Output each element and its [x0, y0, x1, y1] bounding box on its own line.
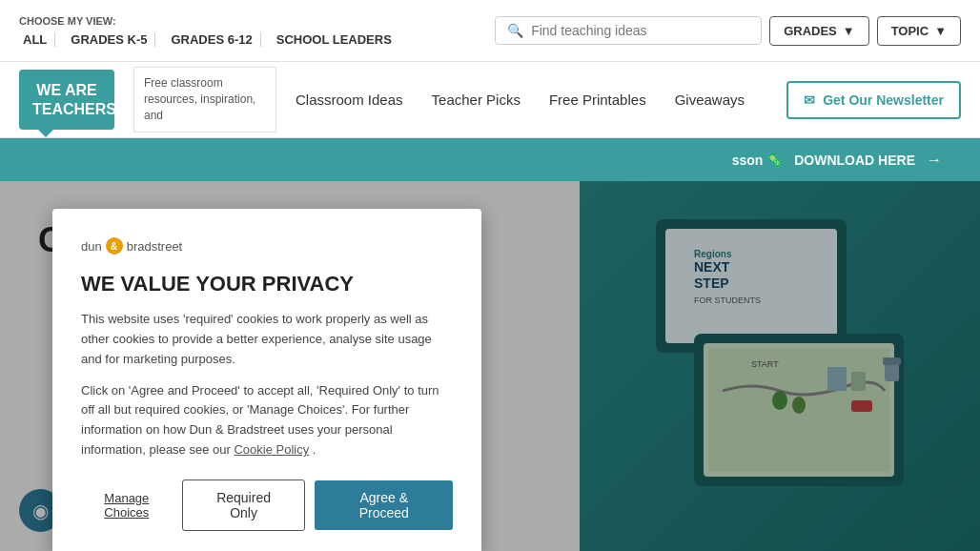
cookie-modal: dun & bradstreet WE VALUE YOUR PRIVACY T… — [52, 209, 481, 551]
dnb-brand-name: dun — [81, 239, 102, 254]
search-input[interactable] — [531, 23, 749, 38]
view-selector: CHOOSE MY VIEW: ALL GRADES K-5 GRADES 6-… — [19, 15, 396, 47]
view-612-link[interactable]: GRADES 6-12 — [167, 32, 264, 47]
dnb-ampersand: & — [106, 237, 123, 255]
cookie-actions: Manage Choices Required Only Agree & Pro… — [81, 480, 453, 531]
view-k5-link[interactable]: GRADES K-5 — [67, 32, 159, 47]
newsletter-button[interactable]: ✉ Get Our Newsletter — [786, 81, 961, 119]
required-only-button[interactable]: Required Only — [182, 480, 306, 531]
search-box[interactable]: 🔍 — [495, 16, 762, 45]
tooltip-text: Free classroom resources, inspiration, a… — [144, 76, 255, 122]
topic-chevron-icon: ▼ — [934, 24, 947, 38]
topic-label: TOPIC — [891, 24, 929, 38]
agree-proceed-button[interactable]: Agree & Proceed — [315, 480, 453, 530]
site-logo[interactable]: WE ARE TEACHERS — [19, 70, 114, 129]
email-icon: ✉ — [804, 92, 815, 108]
nav-classroom-ideas[interactable]: Classroom Ideas — [296, 92, 403, 108]
logo-line1: WE ARE — [36, 82, 96, 98]
dnb-logo: dun & bradstreet — [81, 237, 453, 255]
grades-label: GRADES — [784, 24, 837, 38]
download-text: DOWNLOAD HERE — [794, 153, 915, 168]
content-area: Grade Game of Financial Regions NEXT STE… — [0, 181, 980, 551]
main-nav: Classroom Ideas Teacher Picks Free Print… — [296, 92, 786, 108]
choose-label: CHOOSE MY VIEW: — [19, 15, 396, 27]
view-links: ALL GRADES K-5 GRADES 6-12 SCHOOL LEADER… — [19, 32, 396, 47]
logo-line2: TEACHERS — [32, 101, 116, 117]
newsletter-label: Get Our Newsletter — [823, 92, 944, 108]
search-icon: 🔍 — [507, 23, 523, 38]
download-arrow-icon: → — [927, 152, 942, 169]
top-navigation: CHOOSE MY VIEW: ALL GRADES K-5 GRADES 6-… — [0, 0, 980, 62]
cookie-title: WE VALUE YOUR PRIVACY — [81, 272, 453, 296]
nav-teacher-picks[interactable]: Teacher Picks — [432, 92, 521, 108]
view-all-link[interactable]: ALL — [19, 32, 59, 47]
grades-chevron-icon: ▼ — [843, 24, 855, 38]
manage-choices-button[interactable]: Manage Choices — [81, 491, 173, 520]
nav-giveaways[interactable]: Giveaways — [675, 92, 745, 108]
nav-free-printables[interactable]: Free Printables — [549, 92, 646, 108]
dnb-brand-name2: bradstreet — [127, 239, 183, 254]
download-banner[interactable]: sson 🦠 DOWNLOAD HERE → — [0, 138, 980, 181]
cookie-policy-link[interactable]: Cookie Policy — [234, 442, 309, 457]
search-area: 🔍 GRADES ▼ TOPIC ▼ — [495, 16, 961, 46]
cookie-overlay: dun & bradstreet WE VALUE YOUR PRIVACY T… — [0, 181, 980, 551]
view-leaders-link[interactable]: SCHOOL LEADERS — [273, 32, 396, 47]
topic-dropdown[interactable]: TOPIC ▼ — [877, 16, 961, 46]
cookie-paragraph1: This website uses 'required' cookies to … — [81, 310, 453, 369]
grades-dropdown[interactable]: GRADES ▼ — [769, 16, 869, 46]
banner-prefix: sson 🦠 — [732, 153, 784, 168]
logo-tooltip: Free classroom resources, inspiration, a… — [133, 67, 276, 132]
main-header: WE ARE TEACHERS Free classroom resources… — [0, 62, 980, 138]
cookie-paragraph2: Click on 'Agree and Proceed' to accept a… — [81, 381, 453, 460]
cookie-paragraph2-end: . — [313, 442, 316, 457]
